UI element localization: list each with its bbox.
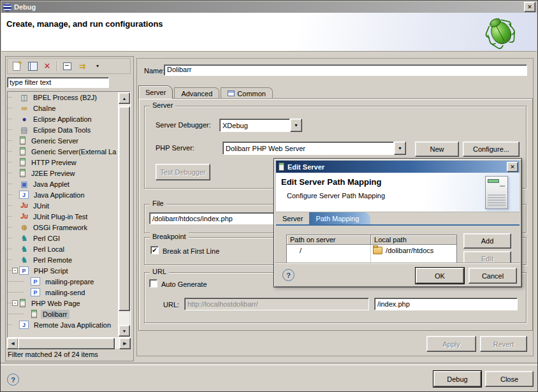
dialog-title: Edit Server: [287, 163, 324, 171]
applet-icon: ▣: [19, 180, 29, 188]
php-server-label: PHP Server:: [156, 144, 194, 152]
tree-item-cha-ne[interactable]: ∞Chaîne: [8, 103, 130, 113]
column-local-path[interactable]: Local path: [371, 235, 456, 245]
filter-launch-button[interactable]: ⇉: [76, 61, 89, 72]
tab-server[interactable]: Server: [138, 85, 173, 99]
tree-item-mailing-send[interactable]: Pmailing-send: [8, 287, 130, 298]
delete-configuration-button[interactable]: ✕: [41, 61, 54, 72]
configure-server-button[interactable]: Configure...: [463, 142, 520, 157]
tree-horizontal-scrollbar[interactable]: ◀ ▶: [7, 338, 131, 349]
combo-arrow-button[interactable]: ▼: [394, 142, 406, 155]
php-server-select[interactable]: Dolibarr PHP Web Server ▼: [222, 142, 406, 155]
close-button[interactable]: Close: [485, 371, 534, 387]
expander-icon[interactable]: -: [12, 300, 18, 306]
tree-item-remote-java-application[interactable]: JRemote Java Application: [8, 319, 130, 330]
toolbar-menu-button[interactable]: ▾: [91, 61, 104, 72]
server-icon: [20, 136, 25, 145]
dialog-titlebar[interactable]: Edit Server: [276, 161, 520, 173]
help-icon: ?: [286, 272, 291, 279]
url-path-input[interactable]: /index.php: [374, 298, 518, 310]
tree-item-http-preview[interactable]: HTTP Preview: [8, 157, 130, 168]
combo-arrow-button[interactable]: ▼: [290, 119, 302, 132]
tree-item-mailing-prepare[interactable]: Pmailing-prepare: [8, 276, 130, 287]
tree-vertical-scrollbar[interactable]: ▲ ▼: [118, 92, 129, 337]
perl-icon: ♞: [19, 256, 29, 264]
dialog-tab-server[interactable]: Server: [276, 212, 309, 224]
junitp-icon: Ju: [19, 212, 29, 221]
footer-separator: [1, 363, 538, 365]
name-input[interactable]: Dolibarr: [164, 64, 527, 76]
new-configuration-button[interactable]: +: [10, 61, 23, 72]
scroll-left-icon: ◀: [11, 341, 14, 346]
server-icon: [20, 299, 25, 307]
tree-item-php-web-page[interactable]: -PHP Web Page: [8, 298, 130, 309]
scroll-up-icon: ▲: [122, 96, 127, 101]
duplicate-configuration-button[interactable]: [25, 61, 38, 72]
tab-label: Common: [237, 90, 266, 98]
url-group-title: URL: [150, 268, 169, 275]
vertical-scroll-thumb[interactable]: [119, 106, 130, 311]
tree-item-eclipse-data-tools[interactable]: ▤Eclipse Data Tools: [8, 124, 130, 135]
help-button[interactable]: ?: [7, 374, 19, 386]
tree-item-eclipse-application[interactable]: ●Eclipse Application: [8, 113, 130, 124]
tree-item-generic-server-external-la[interactable]: Generic Server(External La: [8, 146, 130, 157]
scroll-up-button[interactable]: ▲: [119, 92, 130, 104]
tree-item-junit[interactable]: JuJUnit: [8, 200, 130, 211]
tree-item-junit-plug-in-test[interactable]: JuJUnit Plug-in Test: [8, 211, 130, 222]
tab-advanced[interactable]: Advanced: [174, 87, 219, 99]
config-tabs: ServerAdvancedCommon: [138, 86, 274, 99]
expander-icon[interactable]: -: [12, 268, 18, 273]
table-row[interactable]: //dolibarr/htdocs: [287, 245, 456, 256]
type-filter-input[interactable]: type filter text: [7, 77, 109, 88]
tree-item-osgi-framework[interactable]: ⊕OSGi Framework: [8, 222, 130, 233]
tree-item-perl-local[interactable]: ♞Perl Local: [8, 243, 130, 254]
test-debugger-button[interactable]: Test Debugger: [156, 164, 210, 180]
tree-item-label: Perl Local: [31, 245, 66, 254]
dialog-tab-path-mapping[interactable]: Path Mapping: [309, 212, 370, 224]
cancel-button[interactable]: Cancel: [469, 268, 517, 284]
tree-item-java-applet[interactable]: ▣Java Applet: [8, 178, 130, 189]
banner-title: Create, manage, and run configurations: [6, 19, 163, 29]
collapse-all-button[interactable]: [61, 61, 73, 72]
server-icon: [20, 169, 25, 177]
dialog-close-button[interactable]: ✕: [507, 162, 518, 172]
ok-button[interactable]: OK: [416, 268, 464, 284]
close-icon: ✕: [510, 164, 515, 170]
server-debugger-select[interactable]: XDebug ▼: [219, 119, 302, 132]
revert-button[interactable]: Revert: [480, 336, 527, 352]
scroll-left-button[interactable]: ◀: [7, 338, 18, 349]
filter-status-text: Filter matched 24 of 24 items: [8, 351, 98, 358]
apply-button[interactable]: Apply: [426, 336, 476, 352]
break-first-line-checkbox[interactable]: ✔: [150, 246, 159, 254]
chevron-down-icon: ▼: [398, 146, 402, 150]
server-group-title: Server: [150, 101, 175, 109]
tree-item-php-script[interactable]: -PPHP Script: [8, 265, 130, 276]
close-icon: ✕: [527, 4, 532, 10]
scroll-down-button[interactable]: ▼: [119, 325, 130, 337]
debug-button[interactable]: Debug: [433, 371, 481, 387]
tree-item-perl-remote[interactable]: ♞Perl Remote: [8, 254, 130, 265]
tree-item-label: Generic Server: [29, 136, 80, 145]
tree-item-generic-server[interactable]: Generic Server: [8, 135, 130, 146]
tree-item-perl-cgi[interactable]: ♞Perl CGI: [8, 233, 130, 243]
scroll-right-button[interactable]: ▶: [119, 338, 131, 349]
new-server-button[interactable]: New: [415, 142, 459, 157]
name-label: Name:: [144, 67, 164, 75]
horizontal-scroll-thumb[interactable]: [18, 338, 115, 349]
add-mapping-button[interactable]: Add: [463, 233, 511, 249]
banner: Create, manage, and run configurations: [1, 13, 537, 52]
column-path-on-server[interactable]: Path on server: [287, 235, 371, 245]
url-base-input[interactable]: http://localhostdolibarr/: [184, 298, 369, 310]
tree-item-dolibarr[interactable]: Dolibarr: [8, 309, 130, 319]
osgi-icon: ⊕: [19, 223, 29, 231]
tree-item-j2ee-preview[interactable]: J2EE Preview: [8, 168, 130, 178]
tree-item-java-application[interactable]: JJava Application: [8, 189, 130, 200]
window-close-button[interactable]: ✕: [524, 2, 535, 12]
dialog-help-button[interactable]: ?: [282, 269, 294, 281]
server-icon: [20, 147, 25, 156]
window-title: Debug: [14, 3, 36, 11]
tree-item-bpel-process-b2j-[interactable]: ◫BPEL Process (B2J): [8, 92, 130, 103]
window-titlebar[interactable]: Debug: [1, 1, 537, 13]
auto-generate-checkbox[interactable]: [149, 279, 157, 287]
tab-common[interactable]: Common: [221, 87, 273, 99]
